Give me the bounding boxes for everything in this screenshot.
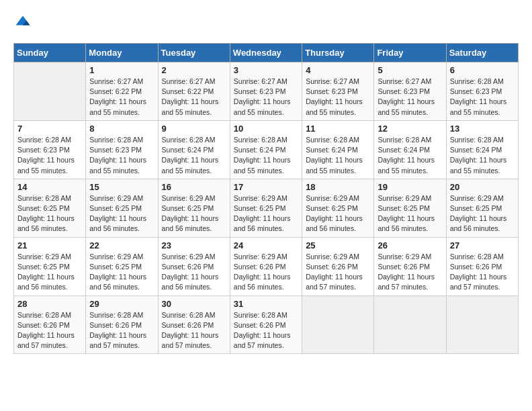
calendar-cell: 6Sunrise: 6:28 AM Sunset: 6:23 PM Daylig…: [446, 62, 518, 121]
day-info: Sunrise: 6:28 AM Sunset: 6:24 PM Dayligh…: [378, 135, 442, 176]
calendar-cell: 18Sunrise: 6:29 AM Sunset: 6:25 PM Dayli…: [302, 179, 374, 237]
day-number: 22: [89, 240, 154, 250]
day-number: 8: [89, 124, 154, 134]
day-number: 3: [234, 65, 298, 75]
calendar-cell: [446, 295, 518, 354]
day-of-week-header: Saturday: [446, 44, 518, 62]
day-info: Sunrise: 6:28 AM Sunset: 6:23 PM Dayligh…: [89, 135, 154, 176]
day-number: 18: [306, 182, 370, 192]
calendar-cell: 7Sunrise: 6:28 AM Sunset: 6:23 PM Daylig…: [14, 120, 86, 179]
day-info: Sunrise: 6:29 AM Sunset: 6:25 PM Dayligh…: [89, 193, 154, 234]
day-of-week-header: Thursday: [302, 44, 374, 62]
day-number: 25: [306, 240, 370, 250]
day-number: 29: [89, 299, 154, 309]
day-info: Sunrise: 6:29 AM Sunset: 6:25 PM Dayligh…: [234, 193, 298, 234]
day-number: 31: [234, 299, 298, 309]
day-info: Sunrise: 6:27 AM Sunset: 6:23 PM Dayligh…: [378, 77, 442, 118]
day-number: 17: [234, 182, 298, 192]
calendar-week-row: 28Sunrise: 6:28 AM Sunset: 6:26 PM Dayli…: [14, 295, 519, 354]
calendar-table: SundayMondayTuesdayWednesdayThursdayFrid…: [13, 43, 519, 354]
day-info: Sunrise: 6:28 AM Sunset: 6:26 PM Dayligh…: [162, 310, 226, 351]
day-number: 13: [450, 124, 515, 134]
day-of-week-header: Sunday: [14, 44, 86, 62]
day-info: Sunrise: 6:28 AM Sunset: 6:26 PM Dayligh…: [234, 310, 298, 351]
day-number: 26: [378, 240, 442, 250]
calendar-cell: 2Sunrise: 6:27 AM Sunset: 6:22 PM Daylig…: [158, 62, 230, 121]
calendar-cell: 1Sunrise: 6:27 AM Sunset: 6:22 PM Daylig…: [86, 62, 158, 121]
day-number: 27: [450, 240, 515, 250]
calendar-header-row: SundayMondayTuesdayWednesdayThursdayFrid…: [14, 44, 519, 62]
logo: [13, 13, 35, 32]
calendar-cell: 10Sunrise: 6:28 AM Sunset: 6:24 PM Dayli…: [230, 120, 302, 179]
day-info: Sunrise: 6:29 AM Sunset: 6:25 PM Dayligh…: [162, 193, 226, 234]
calendar-cell: 9Sunrise: 6:28 AM Sunset: 6:24 PM Daylig…: [158, 120, 230, 179]
day-number: 5: [378, 65, 442, 75]
day-info: Sunrise: 6:29 AM Sunset: 6:25 PM Dayligh…: [450, 193, 515, 234]
calendar-cell: [374, 295, 446, 354]
page-header: [13, 13, 519, 32]
calendar-week-row: 7Sunrise: 6:28 AM Sunset: 6:23 PM Daylig…: [14, 120, 519, 179]
calendar-cell: 31Sunrise: 6:28 AM Sunset: 6:26 PM Dayli…: [230, 295, 302, 354]
day-number: 14: [17, 182, 82, 192]
calendar-cell: 27Sunrise: 6:28 AM Sunset: 6:26 PM Dayli…: [446, 237, 518, 295]
day-info: Sunrise: 6:29 AM Sunset: 6:26 PM Dayligh…: [378, 252, 442, 293]
calendar-week-row: 1Sunrise: 6:27 AM Sunset: 6:22 PM Daylig…: [14, 62, 519, 121]
day-number: 23: [162, 240, 226, 250]
day-info: Sunrise: 6:28 AM Sunset: 6:24 PM Dayligh…: [306, 135, 370, 176]
day-info: Sunrise: 6:29 AM Sunset: 6:26 PM Dayligh…: [306, 252, 370, 293]
day-of-week-header: Friday: [374, 44, 446, 62]
day-number: 2: [162, 65, 226, 75]
day-info: Sunrise: 6:27 AM Sunset: 6:23 PM Dayligh…: [234, 77, 298, 118]
day-number: 15: [89, 182, 154, 192]
calendar-cell: 17Sunrise: 6:29 AM Sunset: 6:25 PM Dayli…: [230, 179, 302, 237]
calendar-cell: 14Sunrise: 6:28 AM Sunset: 6:25 PM Dayli…: [14, 179, 86, 237]
day-info: Sunrise: 6:29 AM Sunset: 6:25 PM Dayligh…: [89, 252, 154, 293]
day-info: Sunrise: 6:29 AM Sunset: 6:25 PM Dayligh…: [17, 252, 82, 293]
calendar-cell: 11Sunrise: 6:28 AM Sunset: 6:24 PM Dayli…: [302, 120, 374, 179]
logo-icon: [13, 13, 32, 32]
day-number: 9: [162, 124, 226, 134]
calendar-cell: 28Sunrise: 6:28 AM Sunset: 6:26 PM Dayli…: [14, 295, 86, 354]
day-number: 16: [162, 182, 226, 192]
calendar-cell: 30Sunrise: 6:28 AM Sunset: 6:26 PM Dayli…: [158, 295, 230, 354]
calendar-cell: 16Sunrise: 6:29 AM Sunset: 6:25 PM Dayli…: [158, 179, 230, 237]
calendar-cell: 19Sunrise: 6:29 AM Sunset: 6:25 PM Dayli…: [374, 179, 446, 237]
calendar-cell: 23Sunrise: 6:29 AM Sunset: 6:26 PM Dayli…: [158, 237, 230, 295]
day-info: Sunrise: 6:28 AM Sunset: 6:25 PM Dayligh…: [17, 193, 82, 234]
day-of-week-header: Tuesday: [158, 44, 230, 62]
day-number: 28: [17, 299, 82, 309]
calendar-cell: 25Sunrise: 6:29 AM Sunset: 6:26 PM Dayli…: [302, 237, 374, 295]
day-info: Sunrise: 6:29 AM Sunset: 6:26 PM Dayligh…: [162, 252, 226, 293]
calendar-week-row: 14Sunrise: 6:28 AM Sunset: 6:25 PM Dayli…: [14, 179, 519, 237]
day-number: 7: [17, 124, 82, 134]
day-info: Sunrise: 6:28 AM Sunset: 6:26 PM Dayligh…: [17, 310, 82, 351]
day-info: Sunrise: 6:29 AM Sunset: 6:26 PM Dayligh…: [234, 252, 298, 293]
day-number: 30: [162, 299, 226, 309]
day-number: 21: [17, 240, 82, 250]
calendar-cell: 12Sunrise: 6:28 AM Sunset: 6:24 PM Dayli…: [374, 120, 446, 179]
day-number: 24: [234, 240, 298, 250]
day-number: 10: [234, 124, 298, 134]
day-number: 4: [306, 65, 370, 75]
calendar-cell: [14, 62, 86, 121]
day-number: 12: [378, 124, 442, 134]
day-of-week-header: Monday: [86, 44, 158, 62]
calendar-cell: 4Sunrise: 6:27 AM Sunset: 6:23 PM Daylig…: [302, 62, 374, 121]
calendar-cell: [302, 295, 374, 354]
day-info: Sunrise: 6:28 AM Sunset: 6:24 PM Dayligh…: [450, 135, 515, 176]
day-info: Sunrise: 6:29 AM Sunset: 6:25 PM Dayligh…: [306, 193, 370, 234]
calendar-cell: 8Sunrise: 6:28 AM Sunset: 6:23 PM Daylig…: [86, 120, 158, 179]
calendar-cell: 22Sunrise: 6:29 AM Sunset: 6:25 PM Dayli…: [86, 237, 158, 295]
calendar-cell: 3Sunrise: 6:27 AM Sunset: 6:23 PM Daylig…: [230, 62, 302, 121]
calendar-cell: 21Sunrise: 6:29 AM Sunset: 6:25 PM Dayli…: [14, 237, 86, 295]
day-info: Sunrise: 6:28 AM Sunset: 6:24 PM Dayligh…: [234, 135, 298, 176]
day-info: Sunrise: 6:28 AM Sunset: 6:23 PM Dayligh…: [17, 135, 82, 176]
calendar-cell: 15Sunrise: 6:29 AM Sunset: 6:25 PM Dayli…: [86, 179, 158, 237]
calendar-cell: 24Sunrise: 6:29 AM Sunset: 6:26 PM Dayli…: [230, 237, 302, 295]
day-info: Sunrise: 6:28 AM Sunset: 6:24 PM Dayligh…: [162, 135, 226, 176]
day-number: 19: [378, 182, 442, 192]
calendar-cell: 20Sunrise: 6:29 AM Sunset: 6:25 PM Dayli…: [446, 179, 518, 237]
calendar-cell: 5Sunrise: 6:27 AM Sunset: 6:23 PM Daylig…: [374, 62, 446, 121]
day-of-week-header: Wednesday: [230, 44, 302, 62]
day-number: 11: [306, 124, 370, 134]
